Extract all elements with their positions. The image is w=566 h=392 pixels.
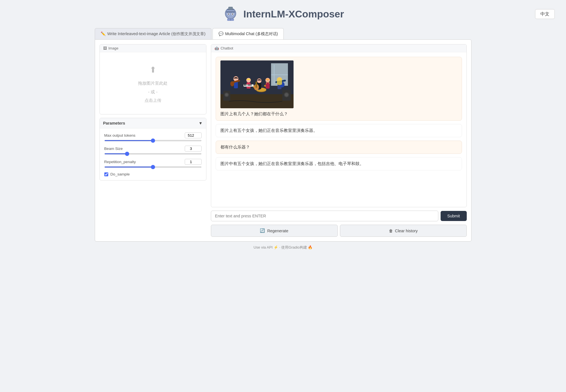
do-sample-checkbox[interactable]: [104, 172, 108, 176]
header: InternLM-XComposer 中文: [0, 0, 566, 28]
chat-input-row: Submit: [211, 211, 467, 221]
svg-point-26: [246, 78, 251, 82]
logo-icon: [222, 6, 239, 22]
parameters-body: Max output tokens Beam Size: [100, 129, 206, 180]
pencil-icon: ✏️: [101, 31, 106, 36]
svg-point-48: [225, 93, 228, 96]
chatbot-section: 🤖 Chatbot: [211, 44, 467, 207]
image-section: 🖼 Image ⬆ 拖放图片至此处 - 或 - 点击上传: [100, 44, 206, 114]
svg-point-34: [257, 78, 261, 83]
svg-rect-31: [248, 84, 249, 86]
beam-size-slider[interactable]: [104, 153, 202, 154]
image-icon: 🖼: [103, 46, 107, 50]
svg-rect-30: [245, 84, 246, 86]
message-image: [220, 60, 294, 108]
chatbot-label: 🤖 Chatbot: [211, 44, 466, 52]
regenerate-button[interactable]: 🔄 Regenerate: [211, 225, 338, 237]
svg-rect-16: [271, 75, 288, 75]
svg-point-25: [230, 81, 234, 86]
chat-bubble-icon: 💬: [218, 31, 224, 36]
parameters-header[interactable]: Parameters ▼: [100, 118, 206, 129]
svg-point-51: [285, 93, 288, 96]
max-tokens-input[interactable]: [185, 132, 202, 138]
footer: Use via API ⚡ · 使用Gradio构建 🔥: [95, 242, 472, 253]
message-bot-1: 图片上有五个女孩，她们正在音乐教室里演奏乐器。: [216, 124, 462, 137]
upload-icon: ⬆: [150, 62, 156, 78]
tab-write-article[interactable]: ✏️ Write Interleaved-text-image Article …: [95, 28, 211, 39]
tabs-row: ✏️ Write Interleaved-text-image Article …: [95, 28, 472, 39]
max-tokens-slider[interactable]: [104, 140, 202, 141]
right-panel: 🤖 Chatbot: [211, 44, 467, 237]
chat-text-input[interactable]: [211, 211, 438, 221]
app-title: InternLM-XComposer: [243, 8, 344, 20]
submit-button[interactable]: Submit: [441, 211, 467, 221]
repetition-penalty-slider[interactable]: [104, 166, 202, 168]
logo-area: InternLM-XComposer: [222, 6, 344, 22]
image-label: 🖼 Image: [100, 44, 206, 52]
image-upload-area[interactable]: ⬆ 拖放图片至此处 - 或 - 点击上传: [100, 52, 206, 114]
beam-size-input[interactable]: [185, 146, 202, 152]
user-message-text-1: 图片上有几个人？她们都在干什么？: [220, 111, 457, 117]
repetition-penalty-input[interactable]: [185, 159, 202, 165]
svg-rect-32: [249, 84, 250, 86]
language-button[interactable]: 中文: [535, 9, 555, 19]
message-user-2: 都有什么乐器？: [216, 141, 462, 154]
do-sample-row: Do_sample: [104, 172, 202, 176]
tab-multimodal-chat[interactable]: 💬 Multimodal Chat (多模态对话): [213, 28, 284, 39]
fire-icon: 🔥: [308, 245, 312, 249]
action-buttons-row: 🔄 Regenerate 🗑 Clear history: [211, 225, 467, 237]
message-user-1: 图片上有几个人？她们都在干什么？: [216, 57, 462, 121]
regenerate-icon: 🔄: [260, 228, 265, 233]
svg-rect-29: [244, 84, 245, 86]
param-repetition-penalty: Repetition_penalty: [104, 159, 202, 168]
bolt-icon: ⚡: [274, 245, 279, 249]
svg-point-6: [232, 13, 233, 15]
left-panel: 🖼 Image ⬆ 拖放图片至此处 - 或 - 点击上传 Parameters …: [100, 44, 206, 237]
parameters-section: Parameters ▼ Max output tokens: [100, 118, 206, 181]
chatbot-messages: 图片上有几个人？她们都在干什么？ 图片上有五个女孩，她们正在音乐教室里演奏乐器。…: [211, 52, 466, 207]
svg-rect-10: [228, 7, 233, 10]
do-sample-label: Do_sample: [111, 172, 130, 176]
svg-rect-2: [226, 11, 235, 13]
clear-history-button[interactable]: 🗑 Clear history: [340, 225, 467, 237]
tab-panel: 🖼 Image ⬆ 拖放图片至此处 - 或 - 点击上传 Parameters …: [95, 39, 472, 242]
svg-rect-33: [251, 84, 251, 86]
param-max-output-tokens: Max output tokens: [104, 132, 202, 141]
svg-point-1: [226, 9, 235, 18]
param-beam-size: Beam Size: [104, 146, 202, 154]
message-bot-2: 图片中有五个女孩，她们正在音乐教室里演奏乐器，包括吉他、电子琴和鼓。: [216, 157, 462, 170]
main-content: ✏️ Write Interleaved-text-image Article …: [86, 28, 480, 259]
chatbot-icon: 🤖: [215, 46, 219, 50]
svg-point-5: [228, 13, 229, 15]
svg-rect-37: [256, 82, 257, 88]
trash-icon: 🗑: [389, 229, 393, 233]
collapse-icon: ▼: [199, 121, 202, 125]
